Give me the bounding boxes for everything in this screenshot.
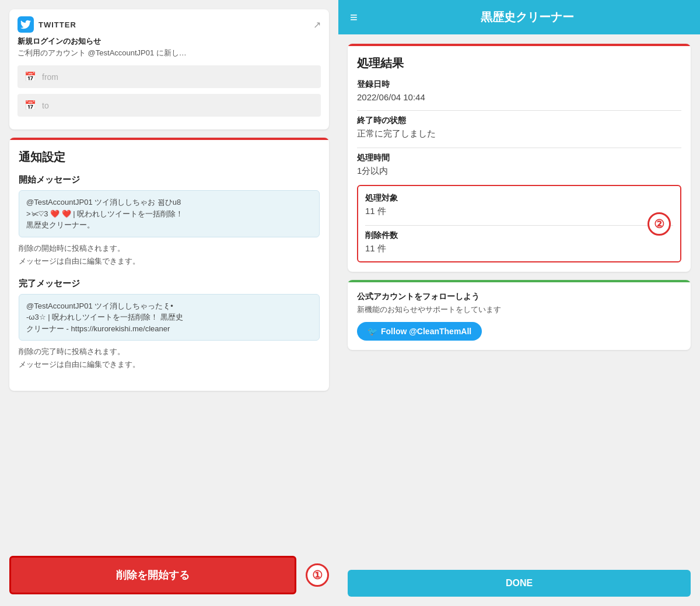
deleted-value: 11 件 [365, 243, 673, 254]
follow-card: 公式アカウントをフォローしよう 新機能のお知らせやサポートをしています 🐦 Fo… [348, 280, 691, 350]
twitter-bird-small: 🐦 [368, 327, 377, 336]
twitter-card: TWITTER ↗ 新規ログインのお知らせ ご利用のアカウント @TestAcc… [9, 9, 329, 129]
items-value: 11 件 [365, 206, 673, 217]
complete-message-label: 完了メッセージ [19, 278, 320, 289]
highlighted-box: ② 処理対象 11 件 削除件数 11 件 [357, 185, 681, 262]
badge-1: ① [306, 563, 329, 587]
start-message-preview[interactable]: @TestAccountJP01 ツイ消ししちゃお 꾐ひu8 >ঌ<♡3 ❤️ … [19, 190, 320, 237]
follow-title: 公式アカウントをフォローしよう [357, 292, 681, 302]
result-field-time: 処理時間 1分以内 [357, 153, 681, 177]
result-field-datetime: 登録日時 2022/06/04 10:44 [357, 79, 681, 102]
hamburger-icon[interactable]: ≡ [350, 10, 358, 25]
twitter-title-row: TWITTER [18, 16, 76, 33]
badge-2: ② [648, 212, 671, 236]
notification-settings-card: 通知設定 開始メッセージ @TestAccountJP01 ツイ消ししちゃお 꾐… [9, 138, 329, 391]
twitter-brand-label: TWITTER [38, 20, 76, 29]
deleted-label: 削除件数 [365, 230, 673, 241]
twitter-card-header: TWITTER ↗ [18, 16, 321, 33]
twitter-bird-icon [18, 16, 34, 33]
bottom-bar: 削除を開始する ① [9, 556, 329, 594]
right-content: 処理結果 登録日時 2022/06/04 10:44 終了時の状態 正常に完了し… [338, 34, 700, 561]
follow-button-label: Follow @CleanThemAll [381, 327, 471, 336]
arrow-icon: ↗ [313, 19, 321, 30]
right-header: ≡ 黒歴史クリーナー [338, 0, 700, 34]
follow-desc: 新機能のお知らせやサポートをしています [357, 304, 681, 315]
right-header-title: 黒歴史クリーナー [367, 9, 688, 25]
done-bar: DONE [338, 561, 700, 606]
notif-section-title: 通知設定 [19, 149, 320, 165]
follow-card-body: 公式アカウントをフォローしよう 新機能のお知らせやサポートをしています 🐦 Fo… [348, 282, 691, 350]
notification-body: ご利用のアカウント @TestAccountJP01 に新し… [18, 48, 321, 58]
left-panel: TWITTER ↗ 新規ログインのお知らせ ご利用のアカウント @TestAcc… [0, 0, 338, 606]
status-value: 正常に完了しました [357, 128, 681, 139]
datetime-value: 2022/06/04 10:44 [357, 92, 681, 102]
calendar-icon-to: 📅 [24, 100, 36, 111]
result-card-title: 処理結果 [357, 55, 681, 71]
items-label: 処理対象 [365, 193, 673, 204]
time-label: 処理時間 [357, 153, 681, 163]
follow-button[interactable]: 🐦 Follow @CleanThemAll [357, 322, 482, 341]
to-field-row[interactable]: 📅 to [18, 94, 321, 117]
from-placeholder: from [42, 72, 58, 82]
result-card: 処理結果 登録日時 2022/06/04 10:44 終了時の状態 正常に完了し… [348, 44, 691, 272]
items-field: 処理対象 11 件 [365, 193, 673, 217]
complete-message-preview[interactable]: @TestAccountJP01 ツイ消ししちゃった ξ • -ω3☆ | 呪わ… [19, 294, 320, 341]
calendar-icon-from: 📅 [24, 71, 36, 82]
notif-section-body: 通知設定 開始メッセージ @TestAccountJP01 ツイ消ししちゃお 꾐… [9, 140, 329, 391]
deleted-field: 削除件数 11 件 [365, 230, 673, 254]
start-message-desc1: 削除の開始時に投稿されます。 [19, 243, 320, 254]
delete-button[interactable]: 削除を開始する [9, 556, 296, 594]
datetime-label: 登録日時 [357, 79, 681, 90]
result-field-status: 終了時の状態 正常に完了しました [357, 115, 681, 139]
to-placeholder: to [42, 101, 49, 110]
from-field-row[interactable]: 📅 from [18, 65, 321, 88]
complete-message-desc1: 削除の完了時に投稿されます。 [19, 346, 320, 357]
result-card-body: 処理結果 登録日時 2022/06/04 10:44 終了時の状態 正常に完了し… [348, 46, 691, 272]
start-message-desc2: メッセージは自由に編集できます。 [19, 256, 320, 267]
status-label: 終了時の状態 [357, 115, 681, 126]
start-message-label: 開始メッセージ [19, 174, 320, 185]
time-value: 1分以内 [357, 166, 681, 177]
complete-message-desc2: メッセージは自由に編集できます。 [19, 359, 320, 370]
notification-title: 新規ログインのお知らせ [18, 36, 321, 47]
right-panel: ≡ 黒歴史クリーナー 処理結果 登録日時 2022/06/04 10:44 終了… [338, 0, 700, 606]
done-button[interactable]: DONE [348, 570, 691, 597]
